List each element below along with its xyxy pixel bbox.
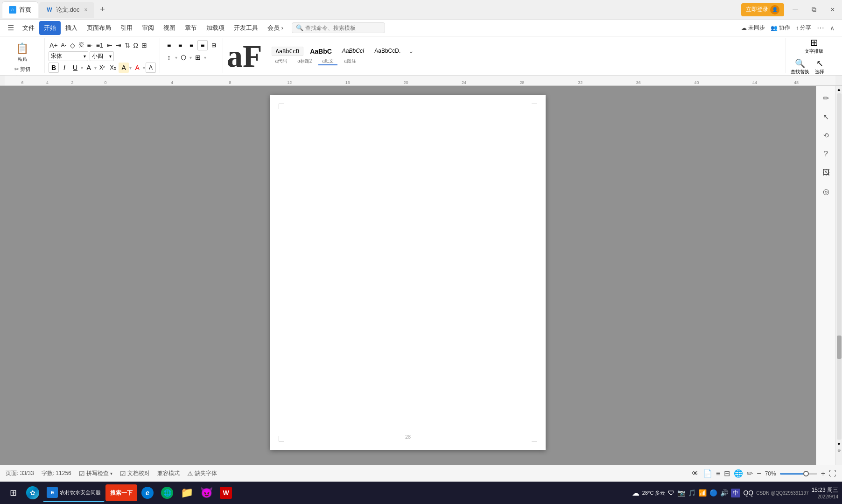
web-layout-btn[interactable]: ⊟	[724, 469, 730, 478]
scroll-down-btn[interactable]: ▼	[836, 441, 842, 447]
scroll-thumb[interactable]	[837, 336, 842, 359]
win-btn-close[interactable]: ×	[825, 2, 840, 17]
spell-check-dropdown[interactable]: ▾	[110, 471, 112, 476]
tray-icon-shield[interactable]: 🛡	[668, 489, 674, 497]
style-item-body[interactable]: AaBbCcI	[338, 47, 368, 56]
italic-btn[interactable]: I	[59, 63, 70, 73]
highlight-btn[interactable]: A	[119, 63, 129, 73]
zoom-slider-thumb[interactable]	[803, 471, 809, 476]
style-item-heading2[interactable]: AaBbC	[306, 47, 336, 56]
sort-btn[interactable]: ⇅	[124, 41, 131, 50]
tray-icon-camera[interactable]: 📷	[677, 489, 685, 497]
win-btn-minimize[interactable]: ─	[788, 2, 803, 17]
tab-reference[interactable]: 引用	[116, 21, 137, 35]
tab-close-icon[interactable]: ×	[84, 7, 88, 13]
cut-btn[interactable]: ✂ 剪切	[13, 65, 32, 73]
special-char-btn[interactable]: Ω	[133, 41, 139, 50]
unsync-btn[interactable]: ☁ 未同步	[741, 24, 765, 32]
scroll-track[interactable]	[837, 93, 842, 440]
unordered-list-btn[interactable]: ≡·	[86, 41, 94, 50]
taskbar-wps[interactable]: W	[217, 483, 235, 502]
share-btn[interactable]: ↑ 分享	[796, 24, 811, 32]
distribute-btn[interactable]: ⊟	[209, 40, 219, 50]
zoom-out-btn[interactable]: −	[757, 469, 761, 478]
image-panel-icon[interactable]: 🖼	[820, 166, 833, 179]
ribbon-search-box[interactable]: 🔍	[292, 22, 385, 33]
focus-mode-btn[interactable]: ✏	[747, 469, 753, 478]
tab-add-btn[interactable]: +	[96, 3, 109, 16]
text-layout-btn[interactable]: ⊞ 文字排版	[790, 36, 838, 56]
doc-scroll-area[interactable]: 28	[0, 86, 816, 465]
tab-view[interactable]: 视图	[159, 21, 180, 35]
shading-btn[interactable]: ⬡	[178, 52, 189, 63]
style-item-code[interactable]: AaBbCcD	[272, 47, 304, 56]
edit-panel-icon[interactable]: ✏	[820, 91, 833, 105]
text-color2-btn[interactable]: A	[132, 63, 142, 73]
font-size-down-btn[interactable]: A-	[60, 41, 68, 49]
taskbar-fan-icon[interactable]: ✿	[23, 483, 42, 502]
menu-hamburger[interactable]: ☰	[4, 21, 18, 34]
scroll-more-btn[interactable]: ⋯	[836, 454, 842, 465]
taskbar-search-btn[interactable]: 搜索一下	[105, 484, 137, 501]
scroll-up-btn[interactable]: ▲	[836, 86, 842, 92]
char-shading-btn[interactable]: 变	[77, 40, 85, 50]
zoom-slider-container[interactable]	[780, 473, 817, 475]
outline-view-btn[interactable]: ≡	[716, 469, 720, 478]
line-spacing-btn[interactable]: ↕	[164, 52, 174, 63]
tab-addons[interactable]: 加载项	[202, 21, 229, 35]
underline-btn[interactable]: U	[70, 63, 80, 73]
login-button[interactable]: 立即登录 👤	[741, 3, 784, 16]
status-doc-check[interactable]: ☑ 文档校对	[120, 469, 150, 477]
print-layout-btn[interactable]: 📄	[703, 469, 712, 478]
font-size-up-btn[interactable]: A+	[49, 41, 59, 50]
win-btn-restore[interactable]: ⧉	[807, 2, 821, 17]
find-replace-btn[interactable]: 🔍 查找替换	[790, 57, 810, 76]
tab-review[interactable]: 审阅	[137, 21, 159, 35]
tab-member[interactable]: 会员 ›	[263, 21, 288, 35]
select-btn[interactable]: ↖ 选择	[814, 57, 825, 76]
read-mode-btn[interactable]: 👁	[692, 469, 699, 478]
tab-devtools[interactable]: 开发工具	[229, 21, 263, 35]
location-panel-icon[interactable]: ◎	[820, 185, 833, 198]
align-center-btn[interactable]: ≡	[175, 40, 185, 50]
taskbar-ie-app[interactable]: e 农村饮水安全问题	[43, 483, 105, 502]
subscript-btn[interactable]: X₂	[108, 63, 118, 73]
tab-home[interactable]: ⌂ 首页	[2, 1, 38, 18]
decrease-indent-btn[interactable]: ⇤	[106, 41, 113, 50]
taskbar-ie2[interactable]: e	[138, 483, 157, 502]
status-missing-font[interactable]: ⚠ 缺失字体	[187, 469, 217, 477]
style-item-caption[interactable]: AaBbCcD.	[371, 47, 404, 56]
collab-btn[interactable]: 👥 协作	[771, 24, 790, 32]
status-compat[interactable]: 兼容模式	[157, 469, 180, 477]
annotation-btn[interactable]: 🌐	[734, 469, 743, 478]
tab-insert[interactable]: 插入	[61, 21, 82, 35]
tray-icon-qq[interactable]: QQ	[743, 489, 753, 497]
ordered-list-btn[interactable]: ≡1	[95, 41, 105, 50]
scroll-extra-up[interactable]: ⊕	[836, 447, 842, 454]
char-border-btn[interactable]: A	[146, 63, 156, 73]
align-right-btn[interactable]: ≡	[186, 40, 196, 50]
increase-indent-btn[interactable]: ⇥	[115, 41, 122, 50]
more-options-btn[interactable]: ⋯	[817, 23, 824, 32]
tray-icon-bluetooth[interactable]: 🔵	[709, 489, 717, 497]
bold-btn[interactable]: B	[49, 63, 59, 73]
start-btn[interactable]: ⊞	[4, 483, 22, 502]
menu-file[interactable]: 文件	[18, 21, 39, 35]
undo-panel-icon[interactable]: ⟲	[820, 129, 833, 142]
help-panel-icon[interactable]: ?	[820, 147, 833, 161]
superscript-btn[interactable]: X²	[97, 63, 107, 73]
taskbar-game[interactable]: 😈	[197, 483, 216, 502]
tab-page-layout[interactable]: 页面布局	[82, 21, 116, 35]
tab-chapter[interactable]: 章节	[180, 21, 202, 35]
tray-icon-music[interactable]: 🎵	[688, 489, 696, 497]
ribbon-search-input[interactable]	[305, 25, 381, 31]
tab-doc[interactable]: W 论文.doc ×	[39, 2, 94, 18]
clear-format-btn[interactable]: ◇	[69, 41, 76, 50]
tray-icon-lang[interactable]: 中	[731, 489, 740, 497]
tray-icon-volume[interactable]: 🔊	[720, 489, 728, 497]
tab-start[interactable]: 开始	[39, 21, 61, 35]
taskbar-explorer[interactable]: 📁	[177, 483, 196, 502]
zoom-in-btn[interactable]: +	[821, 469, 825, 478]
style-gallery-more-btn[interactable]: ⌄	[407, 47, 415, 55]
taskbar-360[interactable]: 🌐	[158, 483, 176, 502]
